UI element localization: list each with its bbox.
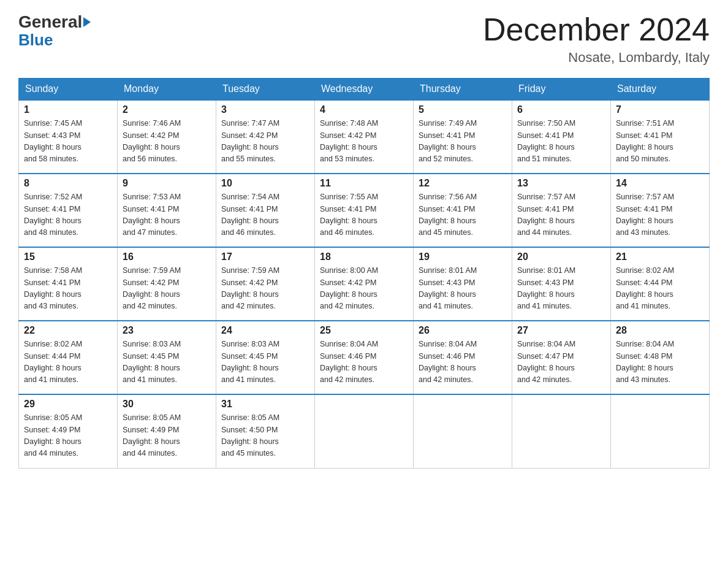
column-header-friday: Friday bbox=[512, 79, 611, 101]
week-row-4: 22 Sunrise: 8:02 AM Sunset: 4:44 PM Dayl… bbox=[19, 321, 710, 394]
day-number: 19 bbox=[419, 251, 507, 262]
day-info: Sunrise: 7:58 AM Sunset: 4:41 PM Dayligh… bbox=[24, 265, 112, 313]
day-number: 5 bbox=[419, 104, 507, 115]
week-row-2: 8 Sunrise: 7:52 AM Sunset: 4:41 PM Dayli… bbox=[19, 174, 710, 247]
calendar-cell: 6 Sunrise: 7:50 AM Sunset: 4:41 PM Dayli… bbox=[512, 100, 611, 174]
calendar-cell: 9 Sunrise: 7:53 AM Sunset: 4:41 PM Dayli… bbox=[118, 174, 216, 247]
day-info: Sunrise: 8:01 AM Sunset: 4:43 PM Dayligh… bbox=[517, 265, 605, 313]
column-header-saturday: Saturday bbox=[611, 79, 710, 101]
calendar-cell: 12 Sunrise: 7:56 AM Sunset: 4:41 PM Dayl… bbox=[414, 174, 512, 247]
day-info: Sunrise: 7:52 AM Sunset: 4:41 PM Dayligh… bbox=[24, 191, 112, 239]
calendar-cell: 14 Sunrise: 7:57 AM Sunset: 4:41 PM Dayl… bbox=[611, 174, 710, 247]
day-info: Sunrise: 7:56 AM Sunset: 4:41 PM Dayligh… bbox=[419, 191, 507, 239]
day-number: 20 bbox=[517, 251, 605, 262]
week-row-1: 1 Sunrise: 7:45 AM Sunset: 4:43 PM Dayli… bbox=[19, 100, 710, 174]
week-row-5: 29 Sunrise: 8:05 AM Sunset: 4:49 PM Dayl… bbox=[19, 394, 710, 468]
calendar-cell: 20 Sunrise: 8:01 AM Sunset: 4:43 PM Dayl… bbox=[512, 247, 611, 321]
day-number: 24 bbox=[221, 325, 309, 336]
day-number: 9 bbox=[123, 178, 211, 189]
logo-blue-text: Blue bbox=[18, 31, 53, 50]
day-info: Sunrise: 7:54 AM Sunset: 4:41 PM Dayligh… bbox=[221, 191, 309, 239]
calendar-cell: 15 Sunrise: 7:58 AM Sunset: 4:41 PM Dayl… bbox=[19, 247, 118, 321]
calendar-cell: 10 Sunrise: 7:54 AM Sunset: 4:41 PM Dayl… bbox=[216, 174, 315, 247]
day-info: Sunrise: 7:55 AM Sunset: 4:41 PM Dayligh… bbox=[320, 191, 408, 239]
calendar-cell: 22 Sunrise: 8:02 AM Sunset: 4:44 PM Dayl… bbox=[19, 321, 118, 394]
day-info: Sunrise: 8:03 AM Sunset: 4:45 PM Dayligh… bbox=[221, 339, 309, 386]
day-number: 17 bbox=[221, 251, 309, 262]
day-number: 7 bbox=[616, 104, 704, 115]
day-number: 28 bbox=[616, 325, 704, 336]
day-info: Sunrise: 8:04 AM Sunset: 4:46 PM Dayligh… bbox=[320, 339, 408, 386]
day-number: 30 bbox=[123, 399, 211, 410]
day-info: Sunrise: 8:05 AM Sunset: 4:50 PM Dayligh… bbox=[221, 412, 309, 460]
calendar-cell: 21 Sunrise: 8:02 AM Sunset: 4:44 PM Dayl… bbox=[611, 247, 710, 321]
day-info: Sunrise: 8:04 AM Sunset: 4:46 PM Dayligh… bbox=[419, 339, 507, 386]
column-header-monday: Monday bbox=[118, 79, 216, 101]
day-info: Sunrise: 7:59 AM Sunset: 4:42 PM Dayligh… bbox=[221, 265, 309, 313]
calendar-cell: 7 Sunrise: 7:51 AM Sunset: 4:41 PM Dayli… bbox=[611, 100, 710, 174]
title-block: December 2024 Nosate, Lombardy, Italy bbox=[483, 12, 710, 66]
calendar-cell: 31 Sunrise: 8:05 AM Sunset: 4:50 PM Dayl… bbox=[216, 394, 315, 468]
column-header-tuesday: Tuesday bbox=[216, 79, 315, 101]
day-info: Sunrise: 7:51 AM Sunset: 4:41 PM Dayligh… bbox=[616, 118, 704, 166]
header-row: SundayMondayTuesdayWednesdayThursdayFrid… bbox=[19, 79, 710, 101]
location-subtitle: Nosate, Lombardy, Italy bbox=[483, 50, 710, 66]
day-number: 12 bbox=[419, 178, 507, 189]
day-info: Sunrise: 7:46 AM Sunset: 4:42 PM Dayligh… bbox=[123, 118, 211, 166]
calendar-cell: 23 Sunrise: 8:03 AM Sunset: 4:45 PM Dayl… bbox=[118, 321, 216, 394]
day-number: 10 bbox=[221, 178, 309, 189]
day-number: 27 bbox=[517, 325, 605, 336]
day-number: 3 bbox=[221, 104, 309, 115]
day-number: 23 bbox=[123, 325, 211, 336]
day-number: 2 bbox=[123, 104, 211, 115]
calendar-table: SundayMondayTuesdayWednesdayThursdayFrid… bbox=[18, 78, 710, 469]
calendar-cell: 28 Sunrise: 8:04 AM Sunset: 4:48 PM Dayl… bbox=[611, 321, 710, 394]
day-info: Sunrise: 7:57 AM Sunset: 4:41 PM Dayligh… bbox=[616, 191, 704, 239]
day-info: Sunrise: 8:04 AM Sunset: 4:47 PM Dayligh… bbox=[517, 339, 605, 386]
day-number: 21 bbox=[616, 251, 704, 262]
day-number: 15 bbox=[24, 251, 112, 262]
day-number: 22 bbox=[24, 325, 112, 336]
calendar-cell: 26 Sunrise: 8:04 AM Sunset: 4:46 PM Dayl… bbox=[414, 321, 512, 394]
column-header-thursday: Thursday bbox=[414, 79, 512, 101]
calendar-cell: 29 Sunrise: 8:05 AM Sunset: 4:49 PM Dayl… bbox=[19, 394, 118, 468]
day-number: 31 bbox=[221, 399, 309, 410]
calendar-cell: 13 Sunrise: 7:57 AM Sunset: 4:41 PM Dayl… bbox=[512, 174, 611, 247]
calendar-cell: 16 Sunrise: 7:59 AM Sunset: 4:42 PM Dayl… bbox=[118, 247, 216, 321]
day-info: Sunrise: 8:03 AM Sunset: 4:45 PM Dayligh… bbox=[123, 339, 211, 386]
calendar-cell: 25 Sunrise: 8:04 AM Sunset: 4:46 PM Dayl… bbox=[315, 321, 414, 394]
day-number: 29 bbox=[24, 399, 112, 410]
calendar-cell: 17 Sunrise: 7:59 AM Sunset: 4:42 PM Dayl… bbox=[216, 247, 315, 321]
day-number: 16 bbox=[123, 251, 211, 262]
column-header-wednesday: Wednesday bbox=[315, 79, 414, 101]
day-info: Sunrise: 8:02 AM Sunset: 4:44 PM Dayligh… bbox=[616, 265, 704, 313]
day-info: Sunrise: 7:47 AM Sunset: 4:42 PM Dayligh… bbox=[221, 118, 309, 166]
day-number: 1 bbox=[24, 104, 112, 115]
calendar-cell: 27 Sunrise: 8:04 AM Sunset: 4:47 PM Dayl… bbox=[512, 321, 611, 394]
day-info: Sunrise: 8:00 AM Sunset: 4:42 PM Dayligh… bbox=[320, 265, 408, 313]
calendar-cell: 24 Sunrise: 8:03 AM Sunset: 4:45 PM Dayl… bbox=[216, 321, 315, 394]
day-number: 6 bbox=[517, 104, 605, 115]
calendar-cell: 19 Sunrise: 8:01 AM Sunset: 4:43 PM Dayl… bbox=[414, 247, 512, 321]
day-number: 18 bbox=[320, 251, 408, 262]
calendar-cell: 1 Sunrise: 7:45 AM Sunset: 4:43 PM Dayli… bbox=[19, 100, 118, 174]
day-info: Sunrise: 7:49 AM Sunset: 4:41 PM Dayligh… bbox=[419, 118, 507, 166]
calendar-cell bbox=[315, 394, 414, 468]
column-header-sunday: Sunday bbox=[19, 79, 118, 101]
calendar-cell: 18 Sunrise: 8:00 AM Sunset: 4:42 PM Dayl… bbox=[315, 247, 414, 321]
day-info: Sunrise: 8:05 AM Sunset: 4:49 PM Dayligh… bbox=[24, 412, 112, 460]
calendar-cell: 8 Sunrise: 7:52 AM Sunset: 4:41 PM Dayli… bbox=[19, 174, 118, 247]
logo-general-text: General bbox=[18, 12, 82, 32]
calendar-cell: 2 Sunrise: 7:46 AM Sunset: 4:42 PM Dayli… bbox=[118, 100, 216, 174]
day-number: 4 bbox=[320, 104, 408, 115]
day-info: Sunrise: 8:04 AM Sunset: 4:48 PM Dayligh… bbox=[616, 339, 704, 386]
day-info: Sunrise: 8:01 AM Sunset: 4:43 PM Dayligh… bbox=[419, 265, 507, 313]
calendar-cell: 11 Sunrise: 7:55 AM Sunset: 4:41 PM Dayl… bbox=[315, 174, 414, 247]
day-info: Sunrise: 7:53 AM Sunset: 4:41 PM Dayligh… bbox=[123, 191, 211, 239]
day-number: 26 bbox=[419, 325, 507, 336]
calendar-body: 1 Sunrise: 7:45 AM Sunset: 4:43 PM Dayli… bbox=[19, 100, 710, 468]
calendar-cell bbox=[512, 394, 611, 468]
calendar-cell bbox=[414, 394, 512, 468]
day-info: Sunrise: 7:50 AM Sunset: 4:41 PM Dayligh… bbox=[517, 118, 605, 166]
calendar-cell: 3 Sunrise: 7:47 AM Sunset: 4:42 PM Dayli… bbox=[216, 100, 315, 174]
